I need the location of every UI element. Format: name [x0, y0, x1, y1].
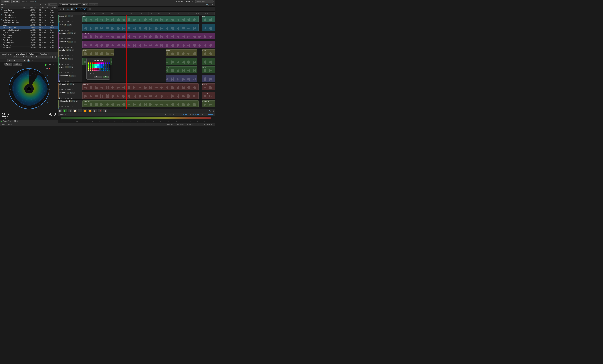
preset-save-btn[interactable]: 💾: [27, 59, 30, 62]
transport-fwd[interactable]: ⏩: [88, 109, 92, 113]
zoom-ctrl-1[interactable]: 🔍: [208, 110, 211, 112]
rack-expand-btn[interactable]: ⊞: [55, 56, 57, 58]
waveform-btn[interactable]: Waveform: [1, 0, 10, 3]
track-expand-arrow[interactable]: ▶: [59, 41, 60, 43]
track-arm-btn[interactable]: R: [71, 66, 73, 68]
track-content-row[interactable]: Drums Left: [82, 32, 215, 40]
rack-solo-btn[interactable]: S: [10, 56, 12, 58]
hue-reset-btn[interactable]: ↺: [95, 72, 97, 75]
track-arm-btn[interactable]: R: [70, 24, 72, 26]
color-swatch[interactable]: [92, 64, 93, 66]
clip[interactable]: Hamond: [202, 75, 215, 82]
clip[interactable]: d: [166, 75, 197, 82]
search-help-input[interactable]: [195, 0, 214, 3]
color-swatch[interactable]: [108, 64, 110, 66]
track-mute-btn[interactable]: M: [66, 66, 68, 68]
track-arm-btn[interactable]: R: [74, 41, 76, 43]
bottom-tab-effects-rack[interactable]: Effects Rack: [14, 53, 26, 55]
transport-prev[interactable]: ⏮: [78, 109, 82, 113]
color-swatch[interactable]: [92, 68, 93, 70]
track-solo-btn[interactable]: S: [68, 58, 70, 60]
color-swatch[interactable]: [105, 70, 106, 71]
color-swatch[interactable]: [93, 66, 95, 68]
color-swatch[interactable]: [105, 64, 106, 66]
rack-bypass-btn[interactable]: ⊘: [7, 56, 9, 58]
editor-settings[interactable]: ⚙: [211, 4, 214, 6]
clip[interactable]: Drums Left: [82, 33, 215, 39]
color-swatch[interactable]: [107, 66, 108, 68]
color-swatch[interactable]: [103, 66, 104, 68]
rack-name-field[interactable]: [13, 56, 51, 58]
clip[interactable]: Bass: [82, 16, 199, 23]
tc-icon3[interactable]: 📎: [66, 8, 70, 10]
editor-tab-console[interactable]: Console: [89, 3, 98, 6]
color-swatch[interactable]: [103, 70, 104, 71]
bottom-tab-media-browser[interactable]: Media Browser: [0, 53, 14, 55]
color-swatch[interactable]: [90, 68, 91, 70]
transport-next[interactable]: ⏭: [93, 109, 97, 113]
track-arm-btn[interactable]: R: [72, 92, 75, 94]
zoom-in[interactable]: +: [94, 8, 96, 10]
track-mute-btn[interactable]: M: [64, 24, 66, 26]
clip[interactable]: Sub: [202, 24, 215, 31]
color-swatch[interactable]: [105, 66, 106, 68]
track-content-row[interactable]: ShakerShakerShakerShakerShaker: [82, 49, 215, 57]
track-content-row[interactable]: Piano LeftPiano LeftPiano LeftPiano Left: [82, 83, 215, 91]
color-swatch[interactable]: [88, 62, 89, 64]
track-expand-arrow[interactable]: ▶: [59, 100, 60, 102]
ruler-content[interactable]: hms0:200:401:001:201:402:002:202:403:003…: [82, 12, 215, 15]
track-mute-btn[interactable]: M: [66, 49, 69, 51]
rack-loop-btn[interactable]: ↺: [4, 56, 6, 58]
radar-stop-btn[interactable]: ⏹: [48, 63, 52, 66]
color-swatch[interactable]: [101, 66, 103, 68]
color-swatch[interactable]: [107, 64, 108, 66]
color-swatch[interactable]: [95, 70, 97, 71]
color-swatch[interactable]: [99, 62, 101, 64]
transport-play[interactable]: ▶: [63, 109, 67, 113]
file-row[interactable]: 🎵 Plug one.wav 6:26.489 44100 Hz Mono: [0, 44, 58, 47]
radar-play-btn[interactable]: ▶: [45, 63, 47, 66]
clip[interactable]: Harpsichord: [202, 100, 215, 107]
tc-icon2[interactable]: ⚙: [62, 8, 65, 10]
track-arm-btn[interactable]: R: [76, 100, 78, 102]
clip[interactable]: Drums Right: [82, 41, 215, 48]
radar-tab-radar[interactable]: Radar: [4, 63, 12, 66]
transport-back[interactable]: ⏪: [83, 109, 87, 113]
file-row[interactable]: 🎵 Liz.wav 6:26.489 44100 Hz Mono: [0, 24, 58, 26]
color-swatch[interactable]: [88, 70, 89, 71]
clip[interactable]: Shaker: [202, 49, 215, 56]
preset-delete-btn[interactable]: 🗑: [31, 59, 34, 62]
color-swatch[interactable]: [101, 68, 103, 70]
files-delete-btn[interactable]: 🗑: [44, 3, 47, 6]
clip[interactable]: Harpsichord: [82, 100, 199, 107]
color-swatch[interactable]: [107, 62, 108, 64]
file-row[interactable]: 🎵 Mary Had a Little Lamb.wav 0:18.831 44…: [0, 29, 58, 31]
clip[interactable]: Guitar: [166, 66, 197, 73]
rack-add-btn[interactable]: +: [1, 56, 3, 58]
color-swatch[interactable]: [97, 70, 99, 71]
color-swatch[interactable]: [95, 64, 97, 66]
file-row[interactable]: 🎵 Hi String Right.wav 6:26.489 44100 Hz …: [0, 16, 58, 19]
clip[interactable]: Bass: [202, 16, 215, 23]
zoom-ctrl-2[interactable]: ⊞: [212, 110, 215, 112]
track-arm-btn[interactable]: R: [74, 75, 76, 77]
color-swatch[interactable]: [99, 64, 101, 66]
track-mute-btn[interactable]: M: [69, 75, 71, 77]
color-swatch[interactable]: [103, 62, 104, 64]
color-swatch[interactable]: [105, 68, 106, 70]
color-swatch[interactable]: [93, 68, 95, 70]
track-solo-btn[interactable]: S: [68, 15, 70, 17]
radar-reset-btn[interactable]: ↺: [53, 63, 55, 66]
track-expand-arrow[interactable]: ▶: [59, 24, 60, 26]
color-swatch[interactable]: [108, 70, 110, 71]
color-swatch[interactable]: [97, 66, 99, 68]
file-row[interactable]: 🎵 Lezlie Piano Left.wav 6:26.489 44100 H…: [0, 19, 58, 21]
file-row[interactable]: 🎵 Piano Right.wav 6:26.489 44100 Hz Mono: [0, 41, 58, 44]
color-swatch[interactable]: [103, 64, 104, 66]
track-arm-btn[interactable]: R: [72, 83, 75, 85]
track-expand-arrow[interactable]: ▶: [59, 58, 60, 59]
color-swatch[interactable]: [108, 68, 110, 70]
file-row[interactable]: 🎵 Shaker.wav 6:26.489 44100 Hz Mono: [0, 47, 58, 49]
track-content-row[interactable]: BassBassBassBass: [82, 15, 215, 23]
editor-zoom-in[interactable]: 🔍+: [206, 4, 210, 6]
